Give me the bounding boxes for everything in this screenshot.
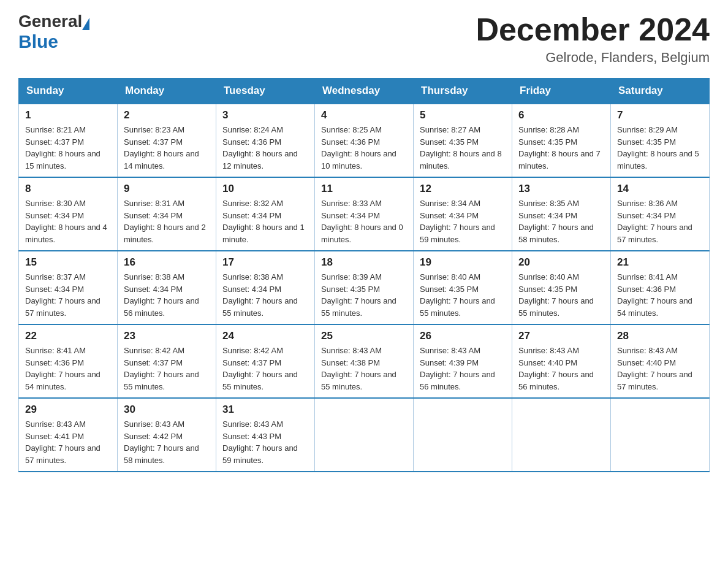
table-row: 30 Sunrise: 8:43 AMSunset: 4:42 PMDaylig… [118, 398, 216, 472]
col-sunday: Sunday [19, 79, 118, 104]
day-info: Sunrise: 8:21 AMSunset: 4:37 PMDaylight:… [25, 124, 111, 172]
day-number: 15 [25, 256, 111, 269]
day-number: 21 [617, 256, 703, 269]
table-row: 3 Sunrise: 8:24 AMSunset: 4:36 PMDayligh… [216, 104, 315, 177]
calendar-header-row: Sunday Monday Tuesday Wednesday Thursday… [19, 79, 710, 104]
calendar-week-row: 1 Sunrise: 8:21 AMSunset: 4:37 PMDayligh… [19, 104, 710, 177]
day-number: 26 [420, 330, 506, 342]
table-row: 29 Sunrise: 8:43 AMSunset: 4:41 PMDaylig… [19, 398, 118, 472]
table-row: 2 Sunrise: 8:23 AMSunset: 4:37 PMDayligh… [118, 104, 216, 177]
logo-general: General [18, 12, 82, 31]
table-row: 4 Sunrise: 8:25 AMSunset: 4:36 PMDayligh… [315, 104, 414, 177]
title-area: December 2024 Gelrode, Flanders, Belgium [476, 12, 710, 66]
table-row: 13 Sunrise: 8:35 AMSunset: 4:34 PMDaylig… [512, 177, 611, 251]
table-row: 12 Sunrise: 8:34 AMSunset: 4:34 PMDaylig… [414, 177, 512, 251]
table-row: 28 Sunrise: 8:43 AMSunset: 4:40 PMDaylig… [611, 324, 710, 398]
day-number: 16 [124, 256, 210, 269]
table-row: 21 Sunrise: 8:41 AMSunset: 4:36 PMDaylig… [611, 251, 710, 324]
day-info: Sunrise: 8:40 AMSunset: 4:35 PMDaylight:… [420, 271, 506, 319]
day-number: 22 [25, 330, 111, 342]
day-info: Sunrise: 8:33 AMSunset: 4:34 PMDaylight:… [321, 197, 407, 245]
table-row [611, 398, 710, 472]
col-saturday: Saturday [611, 79, 710, 104]
table-row: 31 Sunrise: 8:43 AMSunset: 4:43 PMDaylig… [216, 398, 315, 472]
day-number: 1 [25, 109, 111, 121]
table-row: 18 Sunrise: 8:39 AMSunset: 4:35 PMDaylig… [315, 251, 414, 324]
day-info: Sunrise: 8:32 AMSunset: 4:34 PMDaylight:… [222, 197, 308, 245]
table-row: 8 Sunrise: 8:30 AMSunset: 4:34 PMDayligh… [19, 177, 118, 251]
day-number: 23 [124, 330, 210, 342]
day-info: Sunrise: 8:43 AMSunset: 4:40 PMDaylight:… [518, 345, 604, 393]
day-number: 8 [25, 183, 111, 195]
table-row: 20 Sunrise: 8:40 AMSunset: 4:35 PMDaylig… [512, 251, 611, 324]
day-info: Sunrise: 8:43 AMSunset: 4:40 PMDaylight:… [617, 345, 703, 393]
day-info: Sunrise: 8:31 AMSunset: 4:34 PMDaylight:… [124, 197, 210, 245]
day-info: Sunrise: 8:29 AMSunset: 4:35 PMDaylight:… [617, 124, 703, 172]
day-info: Sunrise: 8:42 AMSunset: 4:37 PMDaylight:… [222, 345, 308, 393]
col-wednesday: Wednesday [315, 79, 414, 104]
day-number: 9 [124, 183, 210, 195]
table-row: 5 Sunrise: 8:27 AMSunset: 4:35 PMDayligh… [414, 104, 512, 177]
day-info: Sunrise: 8:27 AMSunset: 4:35 PMDaylight:… [420, 124, 506, 172]
day-number: 19 [420, 256, 506, 269]
day-number: 6 [518, 109, 604, 121]
day-info: Sunrise: 8:34 AMSunset: 4:34 PMDaylight:… [420, 197, 506, 245]
day-info: Sunrise: 8:42 AMSunset: 4:37 PMDaylight:… [124, 345, 210, 393]
day-number: 12 [420, 183, 506, 195]
day-number: 17 [222, 256, 308, 269]
day-info: Sunrise: 8:35 AMSunset: 4:34 PMDaylight:… [518, 197, 604, 245]
day-info: Sunrise: 8:37 AMSunset: 4:34 PMDaylight:… [25, 271, 111, 319]
table-row: 9 Sunrise: 8:31 AMSunset: 4:34 PMDayligh… [118, 177, 216, 251]
table-row: 25 Sunrise: 8:43 AMSunset: 4:38 PMDaylig… [315, 324, 414, 398]
page-header: General Blue December 2024 Gelrode, Flan… [18, 12, 710, 66]
day-number: 20 [518, 256, 604, 269]
col-tuesday: Tuesday [216, 79, 315, 104]
day-info: Sunrise: 8:43 AMSunset: 4:43 PMDaylight:… [222, 418, 308, 466]
day-number: 7 [617, 109, 703, 121]
day-info: Sunrise: 8:28 AMSunset: 4:35 PMDaylight:… [518, 124, 604, 172]
day-info: Sunrise: 8:38 AMSunset: 4:34 PMDaylight:… [222, 271, 308, 319]
day-info: Sunrise: 8:25 AMSunset: 4:36 PMDaylight:… [321, 124, 407, 172]
day-info: Sunrise: 8:43 AMSunset: 4:38 PMDaylight:… [321, 345, 407, 393]
logo-area: General Blue [18, 12, 89, 52]
day-number: 13 [518, 183, 604, 195]
day-number: 31 [222, 404, 308, 416]
table-row: 24 Sunrise: 8:42 AMSunset: 4:37 PMDaylig… [216, 324, 315, 398]
location-subtitle: Gelrode, Flanders, Belgium [476, 50, 710, 66]
day-number: 24 [222, 330, 308, 342]
day-number: 4 [321, 109, 407, 121]
day-number: 3 [222, 109, 308, 121]
table-row: 22 Sunrise: 8:41 AMSunset: 4:36 PMDaylig… [19, 324, 118, 398]
table-row: 1 Sunrise: 8:21 AMSunset: 4:37 PMDayligh… [19, 104, 118, 177]
table-row [315, 398, 414, 472]
day-number: 25 [321, 330, 407, 342]
day-info: Sunrise: 8:30 AMSunset: 4:34 PMDaylight:… [25, 197, 111, 245]
table-row: 10 Sunrise: 8:32 AMSunset: 4:34 PMDaylig… [216, 177, 315, 251]
table-row: 27 Sunrise: 8:43 AMSunset: 4:40 PMDaylig… [512, 324, 611, 398]
calendar-week-row: 8 Sunrise: 8:30 AMSunset: 4:34 PMDayligh… [19, 177, 710, 251]
month-year-title: December 2024 [476, 12, 710, 47]
table-row: 7 Sunrise: 8:29 AMSunset: 4:35 PMDayligh… [611, 104, 710, 177]
day-number: 29 [25, 404, 111, 416]
day-info: Sunrise: 8:36 AMSunset: 4:34 PMDaylight:… [617, 197, 703, 245]
logo-triangle-icon [82, 18, 89, 30]
table-row: 14 Sunrise: 8:36 AMSunset: 4:34 PMDaylig… [611, 177, 710, 251]
day-info: Sunrise: 8:23 AMSunset: 4:37 PMDaylight:… [124, 124, 210, 172]
day-info: Sunrise: 8:41 AMSunset: 4:36 PMDaylight:… [617, 271, 703, 319]
day-number: 14 [617, 183, 703, 195]
table-row: 15 Sunrise: 8:37 AMSunset: 4:34 PMDaylig… [19, 251, 118, 324]
table-row: 6 Sunrise: 8:28 AMSunset: 4:35 PMDayligh… [512, 104, 611, 177]
col-thursday: Thursday [414, 79, 512, 104]
table-row: 17 Sunrise: 8:38 AMSunset: 4:34 PMDaylig… [216, 251, 315, 324]
logo-blue: Blue [18, 31, 89, 52]
day-number: 27 [518, 330, 604, 342]
table-row: 26 Sunrise: 8:43 AMSunset: 4:39 PMDaylig… [414, 324, 512, 398]
day-info: Sunrise: 8:39 AMSunset: 4:35 PMDaylight:… [321, 271, 407, 319]
day-number: 2 [124, 109, 210, 121]
day-info: Sunrise: 8:43 AMSunset: 4:41 PMDaylight:… [25, 418, 111, 466]
table-row: 23 Sunrise: 8:42 AMSunset: 4:37 PMDaylig… [118, 324, 216, 398]
day-number: 28 [617, 330, 703, 342]
day-info: Sunrise: 8:24 AMSunset: 4:36 PMDaylight:… [222, 124, 308, 172]
table-row: 19 Sunrise: 8:40 AMSunset: 4:35 PMDaylig… [414, 251, 512, 324]
col-friday: Friday [512, 79, 611, 104]
